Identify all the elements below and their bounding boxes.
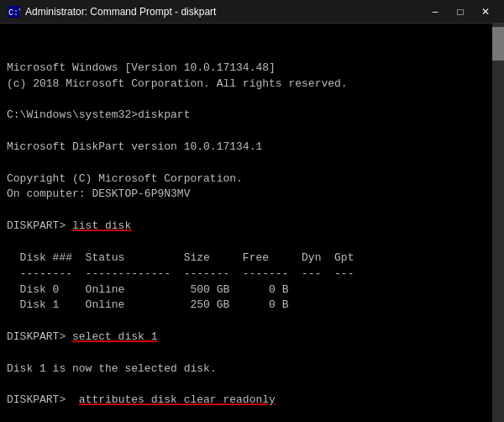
prompt-text: DISKPART> [7, 393, 79, 406]
console-line: On computer: DESKTOP-6P9N3MV [7, 187, 486, 203]
prompt-text: DISKPART> [7, 330, 72, 343]
console-line [7, 314, 486, 330]
console-line: -------- ------------- ------- ------- -… [7, 266, 486, 282]
console-line: Disk 1 is now the selected disk. [7, 361, 486, 377]
console-line: Copyright (C) Microsoft Corporation. [7, 171, 486, 187]
console-line: Disk 1 Online 250 GB 0 B [7, 298, 486, 314]
console-line: Disk 0 Online 500 GB 0 B [7, 282, 486, 298]
cmd-icon: C:\ [7, 5, 20, 18]
command-text: list disk [72, 219, 131, 232]
window-controls: – □ ✕ [423, 3, 497, 21]
console-line [7, 377, 486, 393]
console-line: Microsoft Windows [Version 10.0.17134.48… [7, 61, 486, 76]
console-line: (c) 2018 Microsoft Corporation. All righ… [7, 76, 486, 92]
window: C:\ Administrator: Command Prompt - disk… [0, 0, 504, 422]
console-line: C:\Windows\system32>diskpart [7, 108, 486, 124]
command-text: attributes disk clear readonly [79, 393, 276, 406]
console-line [7, 156, 486, 171]
prompt-text: DISKPART> [7, 219, 72, 232]
svg-text:C:\: C:\ [8, 8, 20, 18]
console-area: Microsoft Windows [Version 10.0.17134.48… [0, 24, 504, 422]
close-button[interactable]: ✕ [474, 3, 497, 21]
minimize-button[interactable]: – [423, 3, 447, 21]
console-line [7, 346, 486, 361]
console-line [7, 235, 486, 251]
console-line [7, 124, 486, 140]
console-line: DISKPART> list disk [7, 219, 486, 235]
maximize-button[interactable]: □ [449, 3, 472, 21]
scrollbar[interactable] [492, 24, 504, 422]
command-text: select disk 1 [72, 330, 157, 343]
console-line: DISKPART> attributes disk clear readonly [7, 393, 486, 409]
console-line: Microsoft DiskPart version 10.0.17134.1 [7, 140, 486, 156]
console-line [7, 92, 486, 108]
title-bar: C:\ Administrator: Command Prompt - disk… [0, 0, 504, 24]
console-line: Disk ### Status Size Free Dyn Gpt [7, 251, 486, 266]
console-line [7, 203, 486, 219]
scrollbar-thumb[interactable] [492, 27, 504, 61]
console-output[interactable]: Microsoft Windows [Version 10.0.17134.48… [0, 24, 492, 422]
console-line: DISKPART> select disk 1 [7, 330, 486, 346]
console-line [7, 409, 486, 422]
window-title: Administrator: Command Prompt - diskpart [25, 6, 423, 18]
